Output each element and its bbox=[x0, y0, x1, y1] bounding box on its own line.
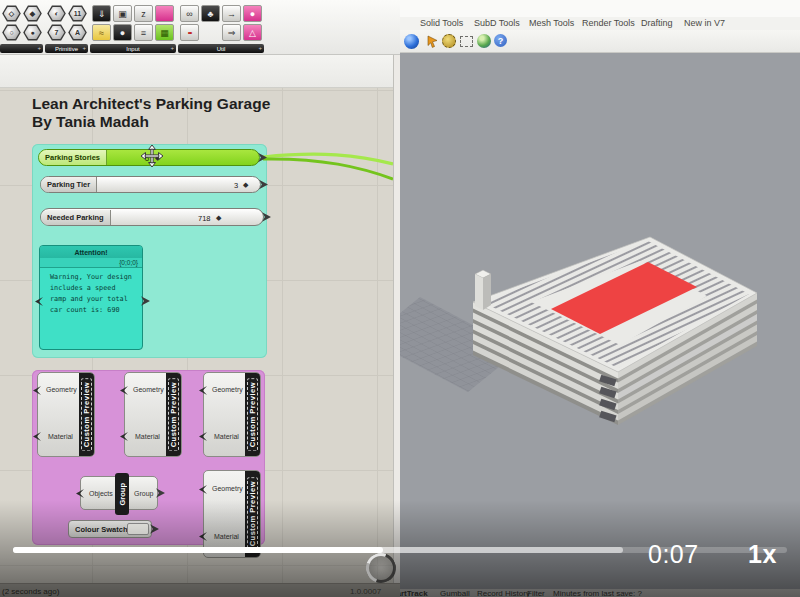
loop-icon[interactable]: ● bbox=[243, 5, 262, 22]
rhino-menubar: Solid Tools SubD Tools Mesh Tools Render… bbox=[400, 17, 800, 30]
data-output-icon[interactable]: → bbox=[222, 5, 241, 22]
ribbon-text: Custom Preview bbox=[247, 378, 258, 451]
graph-mapper-icon[interactable]: ≈ bbox=[92, 24, 111, 41]
group-label-text: Input bbox=[126, 46, 139, 52]
swatch-label: Colour Swatch bbox=[75, 525, 128, 534]
sphere-tool-icon[interactable] bbox=[404, 34, 419, 49]
gauge-icon[interactable]: ◐ bbox=[47, 5, 66, 22]
progress-played bbox=[13, 547, 383, 553]
version-label: 1.0.0007 bbox=[350, 587, 381, 596]
panel-line: ramp and your total bbox=[50, 294, 139, 305]
gem-icon[interactable]: ○ bbox=[2, 24, 21, 41]
input-geometry-label: Geometry bbox=[212, 386, 243, 393]
gem-icon-glyph: ○ bbox=[4, 26, 20, 40]
attention-panel[interactable]: Attention! {0;0;0} Warning, Your design … bbox=[39, 245, 143, 350]
tab-new-in-v7[interactable]: New in V7 bbox=[684, 18, 725, 28]
tab-mesh-tools[interactable]: Mesh Tools bbox=[529, 18, 574, 28]
number-slider-icon[interactable]: ⇓ bbox=[92, 5, 111, 22]
panel-data-path: {0;0;0} bbox=[40, 258, 142, 268]
slider-needed-parking[interactable]: Needed Parking 718 ◆ bbox=[40, 208, 264, 226]
ribbon-text: Group bbox=[118, 483, 127, 506]
status-smarttrack[interactable]: SmartTrack bbox=[400, 589, 428, 597]
expand-icon[interactable]: + bbox=[37, 45, 41, 51]
data-input-icon[interactable]: ⇒ bbox=[222, 24, 241, 41]
tower bbox=[475, 270, 491, 310]
digit-icon[interactable]: 7 bbox=[47, 24, 66, 41]
pointer-tool-icon[interactable] bbox=[426, 35, 439, 48]
expand-icon[interactable]: + bbox=[82, 45, 86, 51]
palette-group-label[interactable]: + bbox=[0, 44, 43, 53]
gem-icon[interactable]: ◆ bbox=[23, 5, 42, 22]
palette-group-label[interactable]: Util+ bbox=[178, 44, 264, 53]
boolean-toggle-icon[interactable]: ▣ bbox=[113, 5, 132, 22]
galapagos-icon[interactable]: ∞ bbox=[180, 5, 199, 22]
ribbon-text: Custom Preview bbox=[81, 378, 92, 451]
rhino-window: Solid Tools SubD Tools Mesh Tools Render… bbox=[400, 0, 800, 597]
status-record-history[interactable]: Record History bbox=[477, 589, 530, 597]
definition-title-line1: Lean Architect's Parking Garage bbox=[32, 95, 270, 113]
expand-icon[interactable]: + bbox=[258, 45, 262, 51]
panel-line: Warning, Your design bbox=[50, 272, 139, 283]
slider-parking-tier[interactable]: Parking Tier 3 ◆ bbox=[40, 176, 261, 193]
item-list-icon[interactable]: ≡ bbox=[134, 24, 153, 41]
video-frame: Solid Tools SubD Tools Mesh Tools Render… bbox=[0, 0, 800, 597]
gem-icon[interactable]: ● bbox=[23, 24, 42, 41]
slider-grip[interactable]: ◆ bbox=[216, 214, 221, 222]
input-material-label: Material bbox=[135, 433, 160, 440]
slider-value: 718 bbox=[198, 214, 211, 223]
panel-title: Attention! bbox=[40, 246, 142, 258]
rhino-statusbar: SmartTrack Gumball Record History Filter… bbox=[400, 589, 800, 597]
status-gumball[interactable]: Gumball bbox=[440, 589, 470, 597]
slider-grip[interactable]: ◆ bbox=[243, 181, 248, 189]
flask-icon[interactable]: △ bbox=[243, 24, 262, 41]
gh-window-edge[interactable] bbox=[393, 55, 400, 583]
palette-group-label[interactable]: Input+ bbox=[90, 44, 176, 53]
input-material-label: Material bbox=[214, 533, 239, 540]
colour-swatch-component[interactable]: Colour Swatch bbox=[68, 520, 152, 538]
rhino-viewport[interactable] bbox=[400, 53, 800, 597]
canvas-toolbar: ▾ bbox=[0, 55, 400, 88]
palette-group-label[interactable]: Primitive+ bbox=[45, 44, 88, 53]
gh-statusbar: (2 seconds ago) 1.0.0007 bbox=[0, 583, 400, 597]
custom-preview-component[interactable]: Geometry Material Custom Preview bbox=[124, 372, 182, 457]
custom-preview-component[interactable]: Geometry Material Custom Preview bbox=[203, 372, 261, 457]
slider-label: Parking Stories bbox=[39, 150, 107, 165]
slider-value: 3 bbox=[234, 181, 238, 190]
group-component[interactable]: Objects Group Group bbox=[80, 476, 158, 510]
status-filter[interactable]: Filter bbox=[527, 589, 545, 597]
custom-preview-component[interactable]: Geometry Material Custom Preview bbox=[203, 470, 261, 558]
parking-garage-model bbox=[473, 237, 757, 425]
input-material-label: Material bbox=[214, 433, 239, 440]
swatch-colour-well[interactable] bbox=[127, 523, 149, 535]
help-icon[interactable]: ? bbox=[494, 34, 507, 47]
custom-preview-component[interactable]: Geometry Material Custom Preview bbox=[37, 372, 95, 457]
output-group-label: Group bbox=[134, 490, 153, 497]
zui-icon[interactable]: z bbox=[134, 5, 153, 22]
ribbon-text: Custom Preview bbox=[168, 378, 179, 451]
tab-subd-tools[interactable]: SubD Tools bbox=[474, 18, 520, 28]
gh-canvas[interactable]: Lean Architect's Parking Garage By Tania… bbox=[0, 88, 393, 583]
number-icon-glyph: 11 bbox=[70, 7, 86, 21]
knob-icon[interactable]: ● bbox=[113, 24, 132, 41]
tree-icon[interactable]: ♣ bbox=[201, 5, 220, 22]
tab-drafting[interactable]: Drafting bbox=[641, 18, 673, 28]
expand-icon[interactable]: + bbox=[170, 45, 174, 51]
letter-icon[interactable]: A bbox=[68, 24, 87, 41]
tab-render-tools[interactable]: Render Tools bbox=[582, 18, 635, 28]
component-name-ribbon: Custom Preview bbox=[245, 471, 260, 557]
gem-icon[interactable]: ◇ bbox=[2, 5, 21, 22]
gear-tool-icon[interactable] bbox=[442, 34, 456, 48]
panel-line: includes a speed bbox=[50, 283, 139, 294]
tab-solid-tools[interactable]: Solid Tools bbox=[420, 18, 463, 28]
number-icon[interactable]: 11 bbox=[68, 5, 87, 22]
digit-icon-glyph: 7 bbox=[49, 26, 65, 40]
panel-icon[interactable] bbox=[155, 5, 174, 22]
component-name-ribbon: Custom Preview bbox=[79, 373, 94, 456]
current-time-label: 0:07 bbox=[648, 540, 699, 569]
slider-label: Needed Parking bbox=[41, 210, 111, 225]
playback-speed-button[interactable]: 1x bbox=[748, 540, 777, 569]
mesh-colour-icon[interactable]: ▦ bbox=[155, 24, 174, 41]
selection-marquee-icon[interactable] bbox=[460, 36, 473, 47]
globe-tool-icon[interactable] bbox=[477, 34, 491, 48]
cherry-picker-icon[interactable]: •• bbox=[180, 24, 199, 41]
